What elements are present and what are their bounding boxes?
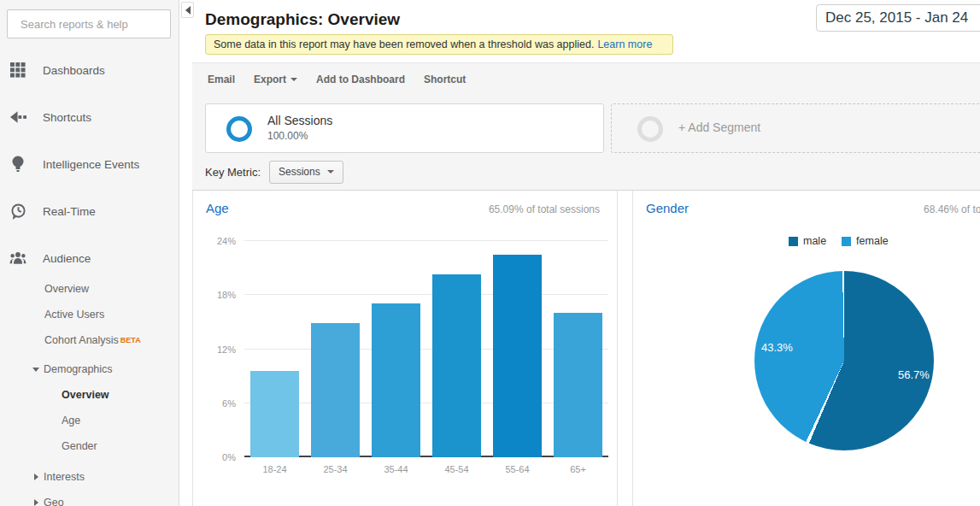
intelligence-events-icon [9, 156, 26, 173]
bar-25-34[interactable] [305, 241, 366, 457]
gender-panel-title[interactable]: Gender [646, 201, 689, 215]
bar-65+[interactable] [548, 241, 608, 457]
collapse-left-icon [185, 6, 191, 15]
date-range-selector[interactable]: Dec 25, 2015 - Jan 24 [816, 4, 980, 32]
bar-45-54[interactable] [426, 241, 487, 457]
learn-more-link[interactable]: Learn more [597, 38, 652, 50]
sidebar-item-geo[interactable]: Geo [34, 495, 64, 506]
add-to-dashboard-button[interactable]: Add to Dashboard [316, 74, 405, 85]
key-metric-dropdown[interactable]: Sessions [269, 161, 343, 184]
sidebar-item-audience[interactable]: Audience [0, 249, 179, 268]
real-time-icon [9, 203, 26, 220]
email-button[interactable]: Email [208, 74, 235, 85]
age-panel-title[interactable]: Age [206, 201, 229, 215]
sidebar: Dashboards Shortcuts Intelligence Events… [0, 0, 179, 506]
main-content: Demographics: Overview Dec 25, 2015 - Ja… [192, 0, 980, 506]
sidebar-item-demographics-overview[interactable]: Overview [62, 387, 109, 403]
sidebar-item-demographics-gender[interactable]: Gender [62, 438, 97, 454]
legend-item-female[interactable]: female [842, 235, 889, 247]
male-slice-label: 56.7% [898, 368, 930, 381]
female-legend-swatch [842, 237, 851, 246]
male-legend-swatch [789, 237, 798, 246]
add-segment-label: + Add Segment [678, 121, 760, 134]
x-tick: 55-64 [487, 464, 548, 474]
sidebar-item-real-time[interactable]: Real-Time [0, 202, 179, 221]
chevron-down-icon [290, 78, 297, 81]
female-slice-label: 43.3% [761, 341, 793, 354]
date-range-text: Dec 25, 2015 - Jan 24 [825, 9, 968, 26]
sidebar-item-label: Shortcuts [43, 111, 91, 124]
gender-panel-subtitle: 68.46% of total sessions [924, 203, 980, 215]
x-tick: 35-44 [366, 464, 426, 474]
sidebar-item-intelligence-events[interactable]: Intelligence Events [0, 155, 179, 174]
beta-badge: BETA [120, 336, 141, 344]
page-title: Demographics: Overview [205, 10, 400, 29]
sidebar-item-label: Audience [43, 252, 91, 265]
action-band: Email Export Add to Dashboard Shortcut A… [192, 62, 980, 191]
add-segment-button[interactable]: + Add Segment [611, 103, 980, 153]
sidebar-item-demographics[interactable]: Demographics [32, 362, 113, 377]
sidebar-item-interests[interactable]: Interests [34, 469, 85, 485]
legend-item-male[interactable]: male [789, 235, 826, 247]
sidebar-item-label: Dashboards [43, 64, 105, 77]
key-metric-label: Key Metric: [205, 166, 261, 179]
sidebar-item-label: Real-Time [43, 205, 96, 218]
bar-chart-bars [244, 241, 608, 457]
gender-pie-chart[interactable]: 43.3% 56.7% [754, 271, 934, 450]
search-input[interactable] [21, 18, 171, 31]
sidebar-item-demographics-age[interactable]: Age [62, 413, 80, 428]
sidebar-item-active-users[interactable]: Active Users [44, 307, 104, 322]
bar-18-24[interactable] [244, 241, 305, 457]
threshold-notice: Some data in this report may have been r… [205, 34, 673, 55]
segment-ring-icon [226, 116, 252, 142]
search-box[interactable] [7, 9, 171, 38]
bar-35-44[interactable] [366, 241, 426, 457]
x-tick: 25-34 [305, 464, 366, 474]
sidebar-item-shortcuts[interactable]: Shortcuts [0, 108, 179, 126]
chevron-right-icon [34, 499, 38, 506]
segment-percent: 100.00% [267, 130, 308, 142]
chevron-right-icon [34, 474, 38, 480]
segment-title: All Sessions [267, 114, 332, 127]
x-tick: 65+ [548, 464, 608, 474]
segment-all-sessions[interactable]: All Sessions 100.00% [205, 103, 604, 153]
sidebar-item-label: Intelligence Events [43, 158, 139, 171]
segment-ring-icon [637, 116, 663, 142]
audience-icon [9, 250, 26, 267]
chevron-down-icon [327, 170, 334, 174]
sidebar-item-cohort-analysis[interactable]: Cohort AnalysisBETA [44, 332, 141, 348]
dashboards-icon [9, 62, 26, 79]
sidebar-gutter [180, 0, 192, 506]
bar-chart-x-axis: 18-2425-3435-4445-5455-6465+ [244, 464, 608, 474]
chevron-down-icon [32, 368, 39, 372]
toolbar: Email Export Add to Dashboard Shortcut [208, 63, 466, 95]
sidebar-item-audience-overview[interactable]: Overview [44, 281, 89, 297]
sidebar-item-dashboards[interactable]: Dashboards [0, 61, 179, 79]
key-metric-row: Key Metric: Sessions [205, 160, 343, 184]
age-panel-subtitle: 65.09% of total sessions [489, 203, 600, 215]
bar-55-64[interactable] [487, 241, 548, 457]
shortcuts-icon [9, 109, 26, 126]
age-panel: Age 65.09% of total sessions 0%6%12%18%2… [192, 191, 618, 506]
shortcut-button[interactable]: Shortcut [424, 74, 466, 85]
x-tick: 45-54 [426, 464, 487, 474]
export-button[interactable]: Export [254, 74, 297, 85]
x-tick: 18-24 [244, 464, 305, 474]
gender-panel: Gender 68.46% of total sessions male fem… [632, 191, 980, 506]
gender-legend: male female [789, 235, 889, 247]
age-bar-chart: 0%6%12%18%24% [244, 241, 608, 457]
